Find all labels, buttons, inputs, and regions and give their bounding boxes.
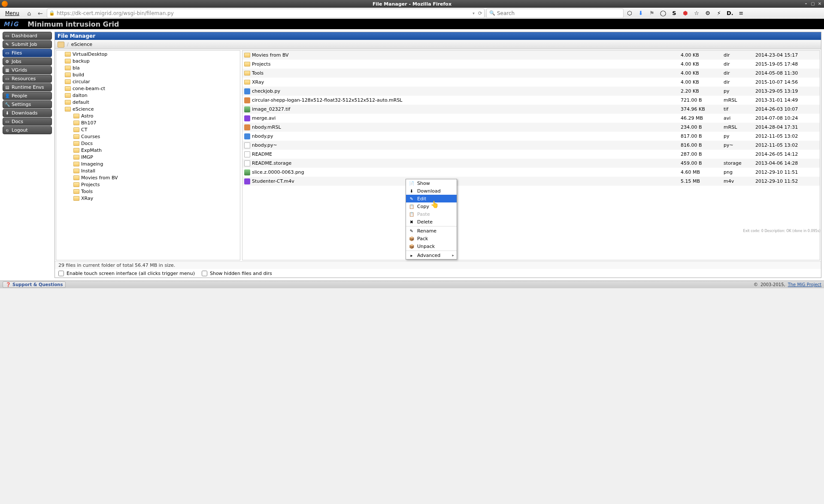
home-icon[interactable]: ⌂ (24, 9, 34, 18)
nav-item-docs[interactable]: ▭Docs (3, 118, 52, 126)
folder-tree[interactable]: VirtualDesktopbackupblabuildcircularcone… (56, 50, 240, 260)
tree-item[interactable]: IMGP (56, 154, 240, 160)
context-item-show[interactable]: 📄Show (406, 179, 457, 187)
nav-item-logout[interactable]: ⎋Logout (3, 126, 52, 134)
tree-item[interactable]: ExpMath (56, 147, 240, 154)
nav-item-runtime-envs[interactable]: ▤Runtime Envs (3, 83, 52, 91)
file-type: png (724, 169, 755, 175)
nav-item-downloads[interactable]: ⬇Downloads (3, 109, 52, 117)
url-input[interactable] (57, 10, 469, 16)
touch-checkbox[interactable] (58, 271, 64, 276)
file-row[interactable]: checkjob.py2.20 KBpy2013-29-05 13:19 (242, 87, 820, 96)
file-row[interactable]: nbody.py~816.00 Bpy~2012-11-05 13:02 (242, 141, 820, 150)
star-icon[interactable]: ☆ (692, 9, 701, 18)
addon1-icon[interactable]: ⚑ (648, 9, 656, 18)
tree-item[interactable]: Astro (56, 112, 240, 119)
tree-item[interactable]: Courses (56, 133, 240, 140)
nav-item-people[interactable]: 👤People (3, 92, 52, 100)
tree-item[interactable]: Projects (56, 181, 240, 188)
file-row[interactable]: nbody.mRSL234.00 BmRSL2014-28-04 17:31 (242, 123, 820, 132)
context-item-advanced[interactable]: ▸Advanced▸ (406, 251, 457, 259)
search-bar[interactable]: 🔍 (486, 9, 624, 18)
tree-item[interactable]: CT (56, 126, 240, 133)
tree-item[interactable]: VirtualDesktop (56, 51, 240, 57)
tree-item[interactable]: Docs (56, 140, 240, 147)
context-item-download[interactable]: ⬇Download (406, 187, 457, 195)
file-row[interactable]: circular-shepp-logan-128x512-float32-512… (242, 96, 820, 105)
chevron-down-icon[interactable]: ▾ (471, 11, 476, 15)
addon3-icon[interactable]: S (670, 9, 679, 18)
tree-item[interactable]: Bh107 (56, 119, 240, 126)
debug-icon[interactable]: D. (726, 9, 734, 18)
tree-item[interactable]: eScience (56, 106, 240, 112)
context-item-unpack[interactable]: 📦Unpack (406, 242, 457, 250)
tree-item[interactable]: build (56, 71, 240, 78)
folder-icon (65, 52, 71, 57)
maximize-button[interactable]: ▢ (810, 1, 815, 6)
nav-item-jobs[interactable]: ⚙Jobs (3, 57, 52, 66)
nav-item-settings[interactable]: 🔧Settings (3, 100, 52, 109)
downloads-icon[interactable]: ⬇ (636, 9, 645, 18)
context-item-copy[interactable]: 📋Copy (406, 202, 457, 210)
addon2-icon[interactable]: ◯ (659, 9, 667, 18)
tree-item[interactable]: Install (56, 167, 240, 174)
ctx-label: Advanced (417, 253, 440, 258)
gear-icon[interactable]: ⚙ (703, 9, 712, 18)
ctx-icon: 📄 (409, 180, 415, 186)
nav-item-files[interactable]: ▭Files (3, 49, 52, 57)
addon4-icon[interactable]: ⚡ (715, 9, 723, 18)
tree-item[interactable]: dalton (56, 92, 240, 99)
nav-item-submit-job[interactable]: ✎Submit Job (3, 40, 52, 48)
adblock-icon[interactable]: ⬢ (681, 9, 690, 18)
tree-item[interactable]: bla (56, 64, 240, 71)
file-row[interactable]: merge.avi46.29 MBavi2014-07-08 10:24 (242, 114, 820, 123)
nav-item-resources[interactable]: ▭Resources (3, 75, 52, 83)
file-row[interactable]: XRay4.00 KBdir2015-10-07 14:56 (242, 78, 820, 87)
minimize-button[interactable]: – (803, 1, 809, 6)
tree-label: CT (81, 127, 87, 133)
file-row[interactable]: Studenter-CT.m4v5.15 MBm4v2012-29-10 11:… (242, 177, 820, 186)
file-row[interactable]: README287.00 B2014-26-05 14:12 (242, 150, 820, 159)
file-row[interactable]: slice.z.0000-0063.png4.60 MBpng2012-29-1… (242, 168, 820, 177)
file-list[interactable]: Movies from BV4.00 KBdir2014-23-04 15:17… (242, 50, 820, 260)
pocket-icon[interactable]: ⬡ (625, 9, 634, 18)
nav-item-vgrids[interactable]: ▦VGrids (3, 66, 52, 74)
context-item-pack[interactable]: 📦Pack (406, 235, 457, 242)
tree-item[interactable]: XRay (56, 195, 240, 202)
ctx-icon: 📦 (409, 235, 415, 241)
menu-button[interactable]: Menu (2, 9, 23, 17)
close-button[interactable]: ✕ (817, 1, 822, 6)
tree-item[interactable]: default (56, 99, 240, 106)
mig-project-link[interactable]: The MiG Project (788, 282, 821, 287)
file-date: 2014-26-03 10:07 (755, 106, 820, 112)
file-row[interactable]: Tools4.00 KBdir2014-05-08 11:30 (242, 69, 820, 78)
home-folder-icon[interactable] (58, 42, 64, 48)
hidden-checkbox[interactable] (202, 271, 207, 276)
context-item-delete[interactable]: ✖Delete (406, 218, 457, 226)
tree-item[interactable]: Tools (56, 188, 240, 195)
tree-item[interactable]: cone-beam-ct (56, 85, 240, 92)
context-item-rename[interactable]: ✎Rename (406, 227, 457, 235)
file-row[interactable]: Movies from BV4.00 KBdir2014-23-04 15:17 (242, 51, 820, 60)
breadcrumb-current[interactable]: eScience (71, 42, 92, 47)
back-icon[interactable]: ← (36, 9, 45, 18)
ctx-icon: ✎ (409, 228, 415, 234)
tree-item[interactable]: Movies from BV (56, 174, 240, 181)
search-input[interactable] (497, 10, 621, 16)
file-row[interactable]: Projects4.00 KBdir2015-19-05 17:48 (242, 60, 820, 69)
file-row[interactable]: nbody.py817.00 Bpy2012-11-05 13:02 (242, 132, 820, 141)
reload-icon[interactable]: ⟳ (478, 10, 482, 16)
nav-item-dashboard[interactable]: ▭Dashboard (3, 32, 52, 40)
file-row[interactable]: image_02327.tif374.96 KBtif2014-26-03 10… (242, 105, 820, 114)
hamburger-icon[interactable]: ≡ (737, 9, 745, 18)
url-bar[interactable]: 🔒 ▾ ⟳ (47, 9, 485, 18)
context-item-edit[interactable]: ✎Edit (406, 195, 457, 202)
file-type: py (724, 88, 755, 94)
tree-item[interactable]: Imageing (56, 160, 240, 167)
file-name: nbody.py (252, 133, 273, 139)
tree-item[interactable]: circular (56, 78, 240, 85)
file-row[interactable]: README.storage459.00 Bstorage2013-04-06 … (242, 159, 820, 168)
support-button[interactable]: ❓ Support & Questions (3, 281, 66, 288)
nav-icon: ▭ (5, 51, 10, 56)
tree-item[interactable]: backup (56, 57, 240, 64)
